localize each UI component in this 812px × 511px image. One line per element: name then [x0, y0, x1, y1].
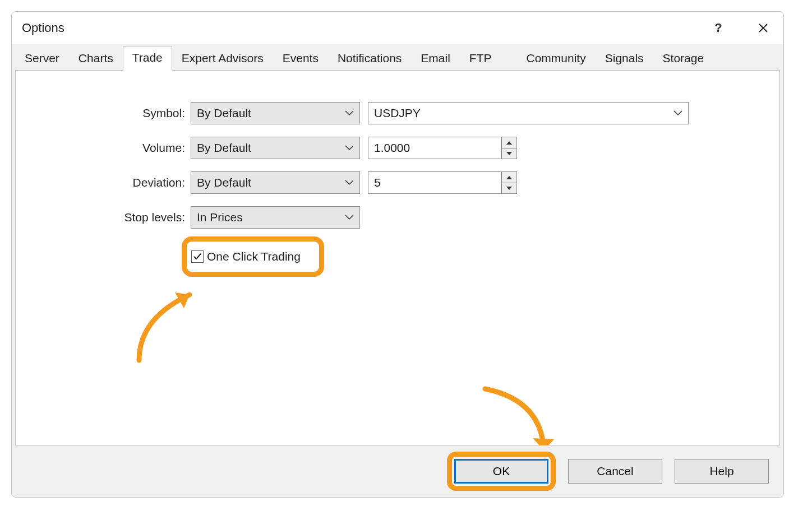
- highlight-one-click-trading: One Click Trading: [182, 236, 324, 277]
- tabs-container: Server Charts Trade Expert Advisors Even…: [12, 44, 783, 447]
- symbol-value-text: USDJPY: [374, 106, 421, 120]
- tabstrip: Server Charts Trade Expert Advisors Even…: [12, 44, 783, 70]
- combo-volume-mode-value: By Default: [197, 141, 251, 155]
- tab-notifications[interactable]: Notifications: [328, 47, 411, 71]
- chevron-down-icon: [345, 110, 354, 116]
- input-deviation-value[interactable]: 5: [368, 171, 501, 194]
- combo-stoplevels-mode-value: In Prices: [197, 211, 243, 224]
- label-volume: Volume:: [16, 141, 191, 155]
- input-volume-value[interactable]: 1.0000: [368, 137, 501, 159]
- chevron-down-icon: [345, 215, 354, 220]
- tab-signals[interactable]: Signals: [596, 47, 653, 71]
- help-icon[interactable]: ?: [704, 16, 733, 40]
- combo-symbol-mode-value: By Default: [197, 106, 251, 120]
- tab-expert-advisors[interactable]: Expert Advisors: [172, 47, 273, 71]
- chevron-down-icon: [673, 110, 682, 116]
- volume-value-text: 1.0000: [374, 141, 410, 155]
- tab-server[interactable]: Server: [15, 47, 69, 71]
- tab-storage[interactable]: Storage: [653, 47, 714, 71]
- row-stoplevels: Stop levels: In Prices: [16, 206, 779, 229]
- tab-email[interactable]: Email: [411, 47, 460, 71]
- highlight-ok-button: OK: [447, 452, 556, 491]
- tab-panel-trade: Symbol: By Default USDJPY Volume: By Def…: [15, 70, 780, 445]
- close-icon[interactable]: [749, 16, 778, 40]
- tab-charts[interactable]: Charts: [69, 47, 123, 71]
- tab-ftp[interactable]: FTP: [460, 47, 501, 71]
- tab-trade[interactable]: Trade: [123, 46, 172, 71]
- tab-events[interactable]: Events: [273, 47, 328, 71]
- options-dialog: Options ? Server Charts Trade Expert Adv…: [11, 11, 784, 498]
- spinner-up-icon[interactable]: [501, 137, 517, 148]
- spinner-deviation: [501, 171, 517, 194]
- row-volume: Volume: By Default 1.0000: [16, 137, 779, 159]
- combo-symbol-value[interactable]: USDJPY: [368, 102, 689, 124]
- spinner-down-icon[interactable]: [501, 183, 517, 194]
- ok-button[interactable]: OK: [454, 459, 548, 484]
- chevron-down-icon: [345, 180, 354, 185]
- combo-deviation-mode[interactable]: By Default: [191, 171, 360, 194]
- spinner-up-icon[interactable]: [501, 171, 517, 183]
- label-symbol: Symbol:: [16, 106, 191, 120]
- deviation-value-text: 5: [374, 176, 381, 189]
- spinner-down-icon[interactable]: [501, 148, 517, 159]
- label-deviation: Deviation:: [16, 176, 191, 189]
- label-one-click-trading: One Click Trading: [207, 250, 301, 263]
- combo-stoplevels-mode[interactable]: In Prices: [191, 206, 360, 229]
- combo-volume-mode[interactable]: By Default: [191, 137, 360, 159]
- row-deviation: Deviation: By Default 5: [16, 171, 779, 194]
- tab-community[interactable]: Community: [517, 47, 596, 71]
- combo-deviation-mode-value: By Default: [197, 176, 251, 189]
- dialog-title: Options: [22, 21, 704, 35]
- row-symbol: Symbol: By Default USDJPY: [16, 102, 779, 124]
- checkbox-one-click-trading[interactable]: [191, 250, 204, 263]
- label-stoplevels: Stop levels:: [16, 211, 191, 224]
- help-button[interactable]: Help: [675, 459, 769, 484]
- cancel-button[interactable]: Cancel: [568, 459, 662, 484]
- titlebar: Options ?: [12, 12, 783, 44]
- combo-symbol-mode[interactable]: By Default: [191, 102, 360, 124]
- chevron-down-icon: [345, 145, 354, 151]
- dialog-footer: OK Cancel Help: [12, 445, 783, 497]
- annotation-arrow-icon: [128, 285, 223, 363]
- spinner-volume: [501, 137, 517, 159]
